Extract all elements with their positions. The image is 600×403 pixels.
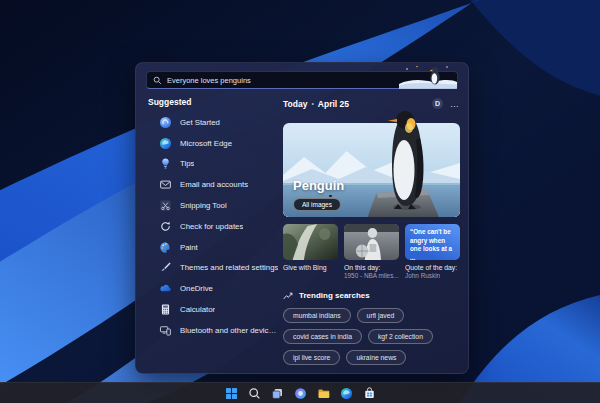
- quote-card: “One can't be angry when one looks at a …: [405, 224, 460, 260]
- sidebar-item-themes-settings[interactable]: Themes and related settings: [148, 258, 279, 279]
- card-on-this-day[interactable]: On this day: 1950 - NBA miles...: [344, 224, 399, 281]
- bluetooth-devices-icon: [158, 323, 172, 337]
- suggested-heading: Suggested: [148, 97, 279, 107]
- calculator-icon: [158, 303, 172, 317]
- paint-icon: [158, 240, 172, 254]
- start-button[interactable]: [224, 386, 239, 401]
- hero-card-penguin[interactable]: Penguin All images: [283, 123, 460, 217]
- suggested-section: Suggested Get Started Microsoft Edge: [148, 89, 279, 365]
- cortana-button[interactable]: [293, 386, 308, 401]
- task-view-icon: [271, 387, 284, 400]
- carousel-dot: [329, 195, 332, 198]
- sidebar-item-label: Themes and related settings: [180, 263, 278, 272]
- sidebar-item-check-updates[interactable]: Check for updates: [148, 216, 279, 237]
- today-feed: Today • April 25 D …: [279, 89, 460, 365]
- give-with-bing-photo: [283, 224, 338, 260]
- snipping-tool-icon: [158, 199, 172, 213]
- trending-pill[interactable]: mumbai indians: [283, 308, 351, 323]
- trending-pill[interactable]: covid cases in india: [283, 329, 362, 344]
- check-updates-icon: [158, 219, 172, 233]
- card-caption: Give with Bing: [283, 263, 338, 272]
- trending-pill[interactable]: kgf 2 collection: [368, 329, 433, 344]
- sidebar-item-get-started[interactable]: Get Started: [148, 112, 279, 133]
- search-icon: [153, 76, 162, 85]
- search-box[interactable]: [146, 71, 458, 89]
- search-input[interactable]: [167, 76, 457, 85]
- sidebar-item-bluetooth-devices[interactable]: Bluetooth and other devices sett...: [148, 320, 279, 341]
- windows-logo-icon: [226, 388, 237, 399]
- search-flyout-panel: Suggested Get Started Microsoft Edge: [135, 62, 469, 374]
- sidebar-item-label: Check for updates: [180, 222, 243, 231]
- more-options-button[interactable]: …: [450, 101, 460, 107]
- card-subcaption: John Ruskin: [405, 272, 460, 280]
- sidebar-item-label: Microsoft Edge: [180, 139, 232, 148]
- card-give-with-bing[interactable]: Give with Bing: [283, 224, 338, 281]
- sidebar-item-label: Calculator: [180, 305, 215, 314]
- sidebar-item-onedrive[interactable]: OneDrive: [148, 278, 279, 299]
- edge-button[interactable]: [339, 386, 354, 401]
- trending-icon: [283, 291, 293, 301]
- trending-pill[interactable]: ipl live score: [283, 350, 340, 365]
- hero-title: Penguin: [293, 178, 344, 193]
- taskbar-search-button[interactable]: [247, 386, 262, 401]
- penguin-figure: [384, 108, 428, 214]
- cortana-icon: [294, 387, 307, 400]
- card-caption: Quote of the day:: [405, 263, 460, 272]
- card-caption: On this day:: [344, 263, 399, 272]
- today-date: April 25: [318, 99, 349, 109]
- profile-badge[interactable]: D: [432, 98, 443, 109]
- sidebar-item-label: Bluetooth and other devices sett...: [180, 326, 279, 335]
- card-quote-of-the-day[interactable]: “One can't be angry when one looks at a …: [405, 224, 460, 281]
- tips-icon: [158, 157, 172, 171]
- themes-icon: [158, 261, 172, 275]
- trending-heading: Trending searches: [299, 291, 370, 300]
- trending-pill[interactable]: ukraine news: [346, 350, 406, 365]
- task-view-button[interactable]: [270, 386, 285, 401]
- sidebar-item-paint[interactable]: Paint: [148, 237, 279, 258]
- all-images-button[interactable]: All images: [293, 198, 341, 211]
- sidebar-item-label: Snipping Tool: [180, 201, 227, 210]
- on-this-day-photo: [344, 224, 399, 260]
- sidebar-item-snipping-tool[interactable]: Snipping Tool: [148, 195, 279, 216]
- file-explorer-icon: [317, 387, 330, 400]
- sidebar-item-label: Paint: [180, 243, 198, 252]
- quote-text: “One can't be angry when one looks at a …: [410, 228, 455, 260]
- file-explorer-button[interactable]: [316, 386, 331, 401]
- trending-pill[interactable]: urfi javed: [357, 308, 405, 323]
- today-label[interactable]: Today: [283, 99, 307, 109]
- sidebar-item-label: Get Started: [180, 118, 220, 127]
- get-started-icon: [158, 115, 172, 129]
- taskbar: [0, 382, 600, 403]
- sidebar-item-label: OneDrive: [180, 284, 213, 293]
- onedrive-icon: [158, 282, 172, 296]
- sidebar-item-label: Email and accounts: [180, 180, 248, 189]
- sidebar-item-microsoft-edge[interactable]: Microsoft Edge: [148, 133, 279, 154]
- sidebar-item-calculator[interactable]: Calculator: [148, 299, 279, 320]
- search-icon: [248, 387, 261, 400]
- store-button[interactable]: [362, 386, 377, 401]
- microsoft-edge-icon: [158, 136, 172, 150]
- card-subcaption: 1950 - NBA miles...: [344, 272, 399, 280]
- sidebar-item-email-accounts[interactable]: Email and accounts: [148, 174, 279, 195]
- sidebar-item-label: Tips: [180, 159, 194, 168]
- today-separator: •: [311, 100, 313, 107]
- sidebar-item-tips[interactable]: Tips: [148, 154, 279, 175]
- email-icon: [158, 178, 172, 192]
- microsoft-edge-icon: [340, 387, 353, 400]
- microsoft-store-icon: [363, 387, 376, 400]
